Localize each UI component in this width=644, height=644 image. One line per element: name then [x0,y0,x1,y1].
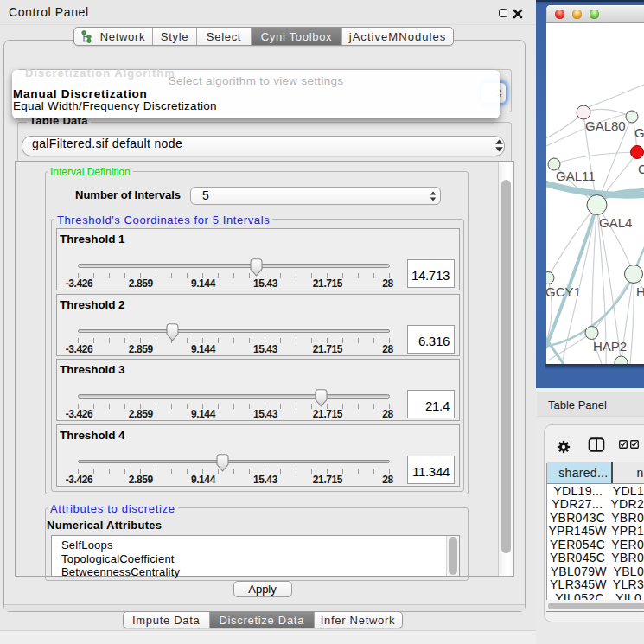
svg-text:GA: GA [634,125,644,140]
svg-text:GCY1: GCY1 [546,284,581,299]
svg-text:H: H [636,284,644,299]
svg-text:C: C [638,162,644,176]
svg-text:GAL80: GAL80 [585,118,626,133]
svg-text:GAL4: GAL4 [599,215,632,230]
svg-text:HAP2: HAP2 [593,339,627,354]
svg-text:GAL11: GAL11 [556,169,596,183]
